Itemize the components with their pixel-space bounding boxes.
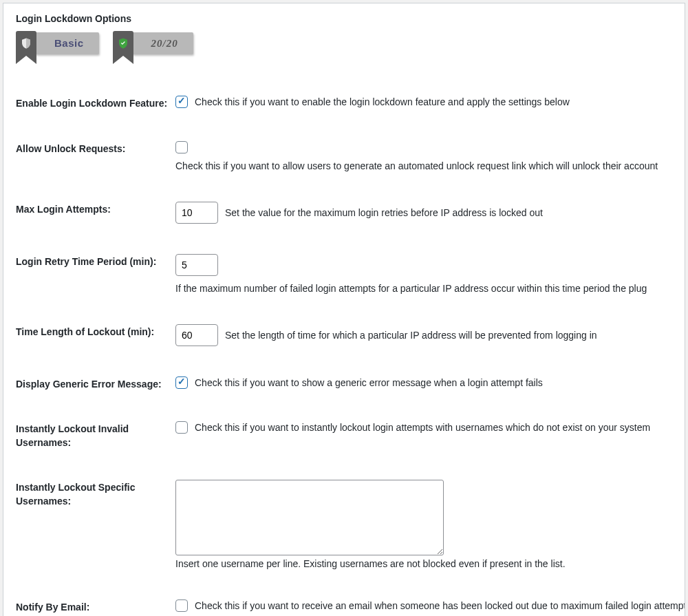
desc-notify-email: Check this if you want to receive an ema…: [195, 600, 685, 611]
input-max-attempts[interactable]: [175, 202, 218, 224]
row-retry-period: Login Retry Time Period (min): If the ma…: [16, 254, 672, 294]
row-enable-lockdown: Enable Login Lockdown Feature: Check thi…: [16, 96, 672, 111]
checkbox-allow-unlock[interactable]: [175, 141, 188, 153]
label-enable-lockdown: Enable Login Lockdown Feature:: [16, 96, 175, 111]
label-max-attempts: Max Login Attempts:: [16, 202, 175, 217]
badge-score-label: 20/20: [132, 32, 193, 54]
helper-specific-usernames: Insert one username per line. Existing u…: [175, 558, 672, 569]
desc-enable-lockdown: Check this if you want to enable the log…: [195, 96, 570, 107]
row-generic-error: Display Generic Error Message: Check thi…: [16, 376, 672, 392]
row-specific-usernames: Instantly Lockout Specific Usernames:: [16, 480, 672, 555]
label-allow-unlock: Allow Unlock Requests:: [16, 141, 175, 156]
desc-invalid-usernames: Check this if you want to instantly lock…: [195, 422, 650, 433]
label-specific-usernames: Instantly Lockout Specific Usernames:: [16, 480, 175, 508]
checkbox-generic-error[interactable]: [175, 376, 188, 389]
row-notify-email: Notify By Email: Check this if you want …: [16, 599, 672, 616]
label-notify-email: Notify By Email:: [16, 599, 175, 615]
desc-retry-period: If the maximum number of failed login at…: [175, 283, 647, 294]
desc-max-attempts: Set the value for the maximum login retr…: [225, 207, 543, 218]
security-badges: Basic 20/20: [16, 31, 672, 71]
desc-generic-error: Check this if you want to show a generic…: [195, 377, 543, 388]
badge-basic-label: Basic: [35, 32, 99, 54]
desc-allow-unlock: Check this if you want to allow users to…: [175, 160, 658, 171]
shield-check-icon: [117, 36, 129, 50]
shield-icon: [20, 36, 32, 50]
ribbon-score: [113, 31, 133, 71]
row-lockout-length: Time Length of Lockout (min): Set the le…: [16, 324, 672, 346]
row-max-attempts: Max Login Attempts: Set the value for th…: [16, 202, 672, 224]
row-allow-unlock: Allow Unlock Requests: Check this if you…: [16, 141, 672, 171]
input-lockout-length[interactable]: [175, 324, 218, 346]
checkbox-enable-lockdown[interactable]: [175, 96, 188, 108]
badge-score: 20/20: [113, 31, 193, 71]
desc-lockout-length: Set the length of time for which a parti…: [225, 330, 597, 341]
login-lockdown-panel: Login Lockdown Options Basic 20/20 Enabl…: [3, 3, 685, 616]
label-retry-period: Login Retry Time Period (min):: [16, 254, 175, 269]
panel-title: Login Lockdown Options: [16, 10, 672, 31]
checkbox-notify-email[interactable]: [175, 599, 188, 612]
input-retry-period[interactable]: [175, 254, 218, 276]
label-invalid-usernames: Instantly Lockout Invalid Usernames:: [16, 421, 175, 449]
checkbox-invalid-usernames[interactable]: [175, 421, 188, 434]
ribbon-basic: [16, 31, 36, 71]
textarea-specific-usernames[interactable]: [175, 480, 444, 555]
label-lockout-length: Time Length of Lockout (min):: [16, 324, 175, 339]
row-invalid-usernames: Instantly Lockout Invalid Usernames: Che…: [16, 421, 672, 449]
badge-basic: Basic: [16, 31, 99, 71]
label-generic-error: Display Generic Error Message:: [16, 376, 175, 392]
